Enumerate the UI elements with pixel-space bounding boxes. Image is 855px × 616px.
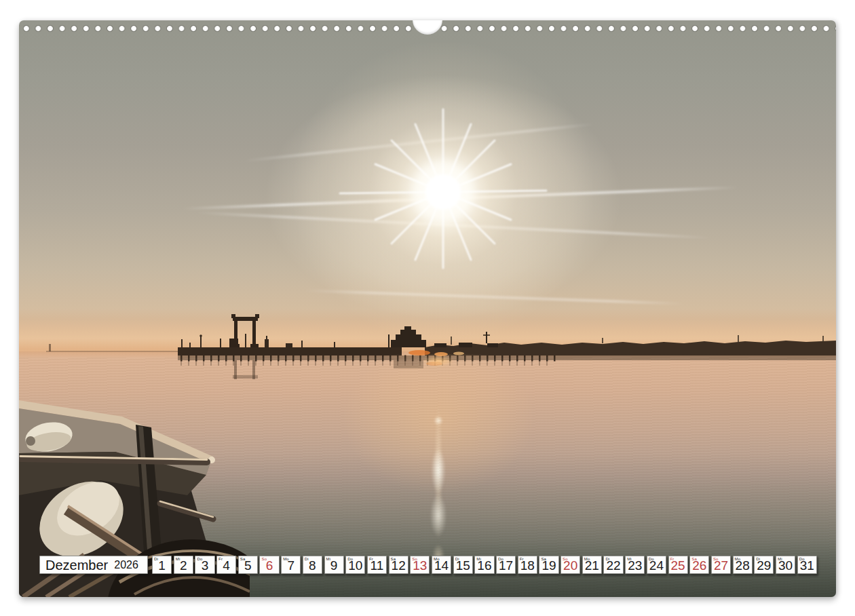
day-number: 12: [390, 559, 408, 572]
calendar-day-cell: Di 1: [152, 556, 172, 574]
day-number: 11: [368, 559, 386, 572]
year-label: 2026: [114, 560, 138, 571]
day-cells: Di 1 Mi 2 Do 3 Fr 4 Sa 5 So 6 Mo 7 Di: [152, 556, 817, 574]
calendar-day-cell: Fr 4: [216, 556, 236, 574]
month-title-box: Dezember 2026: [39, 556, 148, 574]
calendar-day-cell: Di 15: [453, 556, 473, 574]
day-number: 19: [539, 559, 558, 572]
day-number: 27: [712, 559, 730, 572]
day-number: 21: [583, 559, 601, 572]
calendar-day-cell: Mo 21: [582, 556, 602, 574]
calendar-day-cell: So 27: [711, 556, 731, 574]
calendar-day-cell: Di 22: [603, 556, 623, 574]
day-number: 15: [454, 559, 472, 572]
day-number: 20: [561, 559, 580, 572]
calendar-day-cell: Do 3: [195, 556, 214, 574]
calendar-day-cell: Fr 25: [668, 556, 688, 574]
calendar-day-cell: Mi 2: [174, 556, 193, 574]
day-number: 9: [325, 559, 343, 572]
calendar-day-cell: Do 24: [647, 556, 666, 574]
calendar-day-cell: Sa 26: [689, 556, 709, 574]
calendar-page: Dezember 2026 Di 1 Mi 2 Do 3 Fr 4 Sa 5 S…: [19, 20, 836, 597]
calendar-day-cell: So 13: [410, 556, 430, 574]
calendar-day-cell: Do 10: [345, 556, 365, 574]
day-number: 22: [604, 559, 622, 572]
day-number: 26: [690, 559, 708, 572]
calendar-day-cell: Do 17: [496, 556, 516, 574]
calendar-day-cell: So 20: [560, 556, 580, 574]
calendar-day-cell: Sa 5: [238, 556, 258, 574]
calendar-day-cell: Mi 30: [776, 556, 795, 574]
calendar-day-cell: Mo 14: [432, 556, 451, 574]
calendar-day-cell: Mi 16: [474, 556, 494, 574]
day-number: 25: [669, 559, 687, 572]
day-number: 4: [217, 559, 235, 572]
day-number: 30: [776, 559, 795, 572]
calendar-day-cell: Do 31: [797, 556, 817, 574]
day-number: 2: [174, 559, 193, 572]
calendar-day-cell: Fr 18: [518, 556, 537, 574]
day-number: 8: [303, 559, 322, 572]
day-number: 7: [282, 559, 300, 572]
calendar-day-cell: Mi 9: [324, 556, 344, 574]
day-number: 3: [195, 559, 214, 572]
calendar-day-cell: Fr 11: [367, 556, 387, 574]
calendar-day-cell: Mi 23: [625, 556, 645, 574]
calendar-day-cell: Di 29: [754, 556, 774, 574]
day-number: 31: [798, 559, 816, 572]
day-number: 5: [239, 559, 257, 572]
photo-sunset-harbor: [19, 20, 836, 597]
day-number: 10: [346, 559, 364, 572]
day-number: 17: [497, 559, 515, 572]
day-number: 13: [411, 559, 429, 572]
calendar-day-cell: Di 8: [303, 556, 322, 574]
day-number: 6: [260, 559, 278, 572]
calendar-day-cell: Sa 19: [539, 556, 558, 574]
day-number: 1: [153, 559, 171, 572]
calendar-day-cell: So 6: [259, 556, 279, 574]
day-number: 23: [626, 559, 644, 572]
day-number: 24: [647, 559, 666, 572]
calendar-day-cell: Mo 7: [281, 556, 301, 574]
day-number: 28: [734, 559, 752, 572]
calendar-day-cell: Mo 28: [733, 556, 753, 574]
day-number: 14: [432, 559, 451, 572]
day-number: 29: [755, 559, 773, 572]
day-number: 18: [518, 559, 537, 572]
calendar-day-cell: Sa 12: [389, 556, 408, 574]
month-label: Dezember: [45, 558, 108, 572]
calendar-strip: Dezember 2026 Di 1 Mi 2 Do 3 Fr 4 Sa 5 S…: [39, 556, 817, 574]
day-number: 16: [475, 559, 493, 572]
